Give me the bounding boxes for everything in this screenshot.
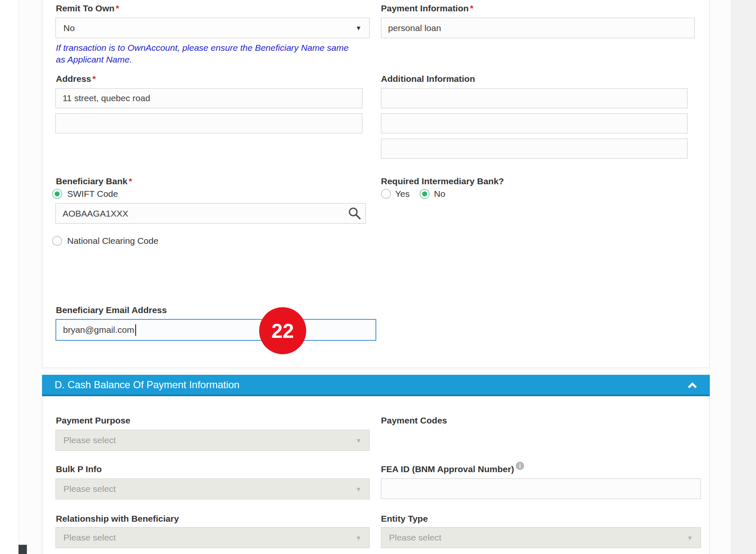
caret-down-icon: ▼ xyxy=(355,486,362,493)
required-marker: * xyxy=(92,74,96,84)
caret-down-icon: ▼ xyxy=(355,24,362,31)
required-marker: * xyxy=(116,3,119,13)
intermediary-no-radio[interactable] xyxy=(420,189,430,199)
additional-information-label: Additional Information xyxy=(381,74,475,84)
national-clearing-code-option-label: National Clearing Code xyxy=(67,236,158,246)
relationship-placeholder: Please select xyxy=(63,533,116,543)
section-d-header[interactable]: D. Cash Balance Of Payment Information xyxy=(42,375,710,396)
relationship-with-beneficiary-label: Relationship with Beneficiary xyxy=(56,514,179,524)
swift-code-input[interactable] xyxy=(55,203,366,224)
beneficiary-bank-label: Beneficiary Bank* xyxy=(56,176,132,186)
form-content-column: Remit To Own* No ▼ If transaction is to … xyxy=(42,0,710,554)
relationship-with-beneficiary-select[interactable]: Please select ▼ xyxy=(55,527,370,548)
payment-purpose-select[interactable]: Please select ▼ xyxy=(55,430,370,451)
own-account-note: If transaction is to OwnAccount, please … xyxy=(56,42,357,65)
payment-purpose-placeholder: Please select xyxy=(63,435,116,445)
remit-to-own-select[interactable]: No ▼ xyxy=(55,18,370,38)
bulk-p-info-label: Bulk P Info xyxy=(56,464,102,474)
payment-information-label: Payment Information* xyxy=(381,3,473,13)
info-icon[interactable]: i xyxy=(516,462,524,470)
additional-information-line3-input[interactable] xyxy=(381,138,688,159)
search-icon xyxy=(348,206,361,220)
section-d-title: D. Cash Balance Of Payment Information xyxy=(55,379,239,391)
intermediary-yes-label: Yes xyxy=(395,189,410,199)
swift-code-option[interactable]: SWIFT Code xyxy=(52,189,118,199)
address-label: Address* xyxy=(56,74,96,84)
address-line2-input[interactable] xyxy=(55,113,362,133)
remit-to-own-value: No xyxy=(63,23,75,33)
required-intermediary-bank-options: Yes No xyxy=(381,189,445,199)
payment-codes-label: Payment Codes xyxy=(381,416,447,426)
collapse-section-button[interactable] xyxy=(685,379,700,392)
page-right-margin xyxy=(731,0,756,554)
chevron-up-icon xyxy=(688,382,696,391)
intermediary-no-label: No xyxy=(434,189,445,199)
additional-information-line2-input[interactable] xyxy=(381,113,688,133)
required-marker: * xyxy=(470,3,473,13)
payment-purpose-label: Payment Purpose xyxy=(56,416,130,426)
payment-form-page: Remit To Own* No ▼ If transaction is to … xyxy=(0,0,756,554)
additional-information-line1-input[interactable] xyxy=(381,88,688,108)
address-line1-input[interactable] xyxy=(55,88,362,108)
required-intermediary-bank-label: Required Intermediary Bank? xyxy=(381,176,504,186)
swift-code-option-label: SWIFT Code xyxy=(67,189,118,199)
entity-type-placeholder: Please select xyxy=(389,533,441,543)
swift-code-radio[interactable] xyxy=(52,189,62,199)
bulk-p-info-select[interactable]: Please select ▼ xyxy=(55,478,370,499)
beneficiary-email-value: bryan@gmail.com xyxy=(63,325,134,335)
caret-down-icon: ▼ xyxy=(355,437,362,444)
bulk-p-info-placeholder: Please select xyxy=(63,484,116,494)
swift-lookup-button[interactable] xyxy=(347,206,362,221)
text-cursor xyxy=(135,324,136,336)
fea-id-input[interactable] xyxy=(381,478,701,499)
intermediary-yes-radio[interactable] xyxy=(381,189,391,199)
fea-id-label: FEA ID (BNM Approval Number)i xyxy=(381,464,524,474)
caret-down-icon: ▼ xyxy=(687,534,693,541)
swift-code-field xyxy=(55,203,366,224)
payment-information-input[interactable] xyxy=(381,18,695,38)
entity-type-select[interactable]: Please select ▼ xyxy=(381,527,701,548)
bottom-left-partial-element xyxy=(18,545,27,554)
entity-type-label: Entity Type xyxy=(381,514,428,524)
caret-down-icon: ▼ xyxy=(355,534,362,541)
national-clearing-code-radio[interactable] xyxy=(52,236,62,246)
beneficiary-email-input[interactable]: bryan@gmail.com xyxy=(55,319,376,341)
remit-to-own-label: Remit To Own* xyxy=(56,3,119,13)
step-badge: 22 xyxy=(259,307,306,354)
required-marker: * xyxy=(129,176,132,186)
national-clearing-code-option[interactable]: National Clearing Code xyxy=(52,236,158,246)
beneficiary-email-label: Beneficiary Email Address xyxy=(56,305,167,315)
